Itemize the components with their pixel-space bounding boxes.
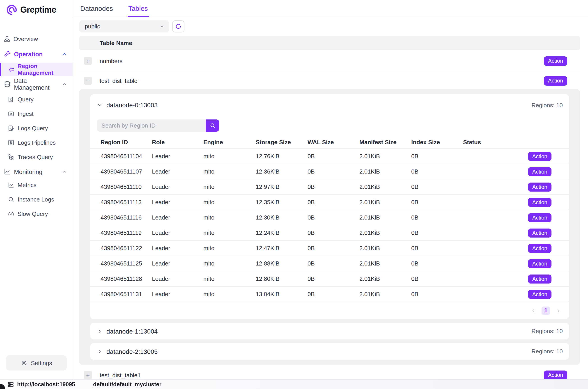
sidebar-item-slow-query[interactable]: Slow Query: [0, 206, 73, 221]
gear-icon: [21, 359, 27, 366]
region-search-button[interactable]: [206, 119, 219, 132]
sliders-icon: [8, 139, 14, 146]
region-row: 4398046511122Leadermito12.47KiB0B2.01KiB…: [90, 241, 569, 256]
sidebar-item-label: Instance Logs: [18, 196, 54, 203]
tab-label: Datanodes: [80, 4, 113, 12]
sidebar-item-logs-query[interactable]: Logs Query: [0, 121, 73, 135]
sidebar-item-label: Traces Query: [18, 154, 53, 160]
region-action-button[interactable]: Action: [528, 152, 552, 161]
sidebar-item-label: Overview: [14, 35, 38, 42]
search-icon: [209, 123, 215, 129]
server-url[interactable]: http://localhost:19095: [17, 381, 75, 388]
toolbar: public: [73, 17, 588, 32]
region-row: 4398046511131Leadermito13.04KiB0B2.01KiB…: [90, 287, 569, 302]
region-row: 4398046511110Leadermito12.97KiB0B2.01KiB…: [90, 179, 569, 195]
region-search: [97, 119, 569, 132]
sidebar-section-operation[interactable]: Operation: [0, 48, 73, 60]
region-action-button[interactable]: Action: [528, 213, 552, 222]
sidebar-item-traces-query[interactable]: Traces Query: [0, 150, 73, 164]
sidebar-section-monitoring[interactable]: Monitoring: [0, 166, 73, 178]
sidebar-section-data-management[interactable]: Data Management: [0, 78, 73, 90]
datanode-title: datanode-0:13003: [106, 101, 158, 109]
region-action-button[interactable]: Action: [528, 182, 552, 191]
sidebar-item-label: Logs Query: [18, 125, 48, 131]
brand-logo: Greptime: [0, 0, 73, 16]
sidebar-section-label: Monitoring: [14, 168, 42, 175]
table-name-header: Table Name: [79, 36, 580, 50]
table-name: test_dist_table1: [100, 372, 141, 378]
sidebar-item-logs-pipelines[interactable]: Logs Pipelines: [0, 135, 73, 150]
app-root: Greptime Overview Operation: [0, 0, 588, 389]
tab-datanodes[interactable]: Datanodes: [80, 0, 113, 17]
datanode-card-2[interactable]: datanode-2:13005 Regions: 10: [90, 343, 569, 360]
table-action-button[interactable]: Action: [544, 76, 567, 85]
corner-badge: [0, 384, 5, 389]
expand-plus-button[interactable]: +: [84, 57, 92, 65]
table-action-button[interactable]: Action: [544, 56, 567, 65]
tab-label: Tables: [128, 4, 148, 12]
sidebar-item-label: Query: [18, 96, 33, 102]
schema-select[interactable]: public: [79, 20, 169, 32]
pagination-page-1[interactable]: 1: [542, 306, 550, 315]
region-row: 4398046511107Leadermito12.36KiB0B2.01KiB…: [90, 164, 569, 179]
region-action-button[interactable]: Action: [528, 228, 552, 237]
expand-plus-button[interactable]: +: [84, 371, 92, 379]
wrench-icon: [4, 50, 11, 58]
region-action-button[interactable]: Action: [528, 244, 552, 253]
collapse-minus-button[interactable]: −: [84, 77, 92, 85]
sidebar-section-label: Operation: [14, 51, 43, 58]
datanode-card-0: datanode-0:13003 Regions: 10: [90, 94, 569, 319]
sidebar-item-ingest[interactable]: Ingest: [0, 106, 73, 121]
col-engine: Engine: [203, 139, 256, 146]
sidebar-item-query[interactable]: Query: [0, 92, 73, 106]
sidebar-item-region-management[interactable]: Region Management: [0, 63, 73, 76]
col-wal-size: WAL Size: [308, 139, 359, 146]
refresh-button[interactable]: [172, 20, 184, 32]
table-action-button[interactable]: Action: [544, 370, 567, 380]
region-row: 4398046511119Leadermito12.24KiB0B2.01KiB…: [90, 225, 569, 241]
org-chart-icon: [4, 35, 10, 42]
region-search-input[interactable]: [97, 119, 206, 132]
refresh-icon: [175, 23, 182, 30]
region-action-button[interactable]: Action: [528, 259, 552, 268]
region-row: 4398046511128Leadermito12.80KiB0B2.01KiB…: [90, 271, 569, 287]
regions-count: Regions: 10: [531, 328, 563, 334]
chevron-up-icon: [62, 169, 67, 174]
table-name: numbers: [100, 58, 122, 64]
col-status: Status: [463, 139, 504, 146]
tables-list: Table Name + numbers Action − test_dist_…: [79, 36, 580, 385]
datanode-card-1[interactable]: datanode-1:13004 Regions: 10: [90, 323, 569, 339]
col-storage-size: Storage Size: [256, 139, 308, 146]
region-management-icon: [8, 66, 15, 73]
col-region-id: Region ID: [100, 139, 152, 146]
datanode-0-header[interactable]: datanode-0:13003 Regions: 10: [90, 94, 569, 113]
greptime-logo-icon: [6, 4, 18, 16]
status-bar: http://localhost:19095 default/default_m…: [0, 379, 588, 389]
region-action-button[interactable]: Action: [528, 198, 552, 207]
regions-count: Regions: 10: [531, 102, 563, 108]
regions-count: Regions: 10: [531, 348, 563, 355]
database-icon: [4, 81, 11, 88]
region-action-button[interactable]: Action: [528, 167, 552, 176]
region-action-button[interactable]: Action: [528, 290, 552, 299]
tab-tables[interactable]: Tables: [128, 0, 148, 17]
settings-button[interactable]: Settings: [6, 355, 67, 371]
sidebar-item-instance-logs[interactable]: Instance Logs: [0, 192, 73, 206]
region-action-button[interactable]: Action: [528, 274, 552, 283]
pagination-prev-icon[interactable]: [531, 308, 536, 313]
region-row: 4398046511113Leadermito12.35KiB0B2.01KiB…: [90, 195, 569, 210]
datanode-title: datanode-1:13004: [106, 327, 158, 335]
table-name-header-label: Table Name: [100, 40, 132, 46]
chevron-down-icon: [97, 102, 102, 108]
cluster-name[interactable]: default/default_mycluster: [93, 381, 162, 388]
datanode-panel: datanode-0:13003 Regions: 10: [79, 89, 580, 365]
chevron-right-icon: [97, 328, 102, 334]
chevron-up-icon: [62, 82, 67, 87]
sidebar-item-metrics[interactable]: Metrics: [0, 178, 73, 192]
sidebar-item-label: Slow Query: [18, 210, 48, 217]
ingest-arrow-icon: [8, 110, 14, 117]
chevron-right-icon: [97, 349, 102, 354]
sidebar-item-overview[interactable]: Overview: [0, 33, 73, 45]
pagination-next-icon[interactable]: [556, 308, 561, 313]
region-row: 4398046511104Leadermito12.76KiB0B2.01KiB…: [90, 149, 569, 164]
